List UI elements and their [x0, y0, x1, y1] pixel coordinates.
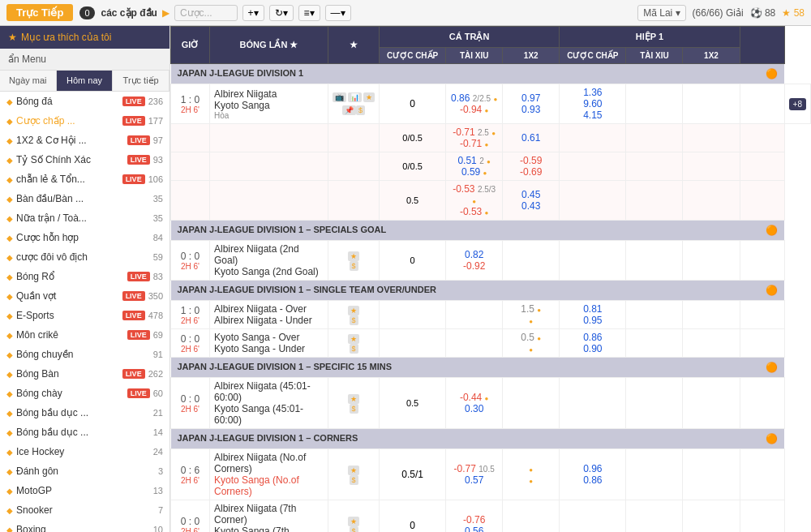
sidebar-item-label: Snooker [16, 504, 155, 516]
tab-live[interactable]: Trực tiếp [113, 71, 169, 91]
table-row: 0 : 02H 6'Albirex Niigata (7th Corner)Ky… [171, 500, 811, 533]
sub-taixiu[interactable]: 0.61 [503, 124, 560, 152]
sidebar-item[interactable]: ◆Bóng bầu dục ...14 [0, 423, 169, 442]
sub-handicap-odds[interactable]: -0.71 2.5 ●-0.71 ● [446, 124, 503, 152]
diamond-icon: ◆ [6, 97, 13, 106]
search-text[interactable]: Cược... [174, 5, 238, 21]
sidebar-item[interactable]: ◆Boxing10 [0, 520, 169, 532]
taixiu-odds-cell[interactable]: 0.960.86 [560, 449, 626, 500]
sub-taixiu[interactable]: 0.450.43 [503, 181, 560, 221]
sidebar-tabs: Ngày mai Hôm nay Trực tiếp [0, 71, 169, 92]
onex2-cell[interactable]: 1.369.604.15 [560, 84, 626, 124]
sidebar-item-label: Bóng chuyền [16, 349, 150, 360]
refresh-btn[interactable]: ↻▾ [269, 5, 294, 21]
star-icon[interactable]: ★ [348, 251, 359, 261]
sidebar-item[interactable]: ◆Môn crikêLIVE69 [0, 325, 169, 345]
handicap-odds-cell[interactable]: -0.44 ●0.30 [446, 378, 503, 429]
more-button[interactable]: +8 [789, 98, 806, 110]
team-cell: Albirex Niigata (45:01-60:00)Kyoto Sanga… [210, 378, 328, 429]
sidebar-favorites[interactable]: ★ Mục ưa thích của tôi [0, 26, 169, 49]
tab-tomorrow[interactable]: Ngày mai [0, 71, 57, 91]
taixiu-cell[interactable]: 1.5 ●● [503, 301, 560, 329]
sidebar-item[interactable]: ◆Tỷ Số Chính XácLIVE93 [0, 150, 169, 169]
sidebar-item[interactable]: ◆chẵn lẻ & Tổn...LIVE106 [0, 169, 169, 189]
section-collapse-icon[interactable]: 🟠 [766, 433, 778, 444]
sub-handicap-odds[interactable]: -0.53 2.5/3 ●-0.53 ● [446, 181, 503, 221]
star-icon[interactable]: ★ [363, 92, 375, 102]
section-collapse-icon[interactable]: 🟠 [766, 225, 778, 236]
handicap-odds-cell[interactable]: 0.86 2/2.5 ●-0.94 ● [446, 84, 503, 124]
sidebar-item[interactable]: ◆cược đôi vô địch59 [0, 247, 169, 267]
sidebar-item[interactable]: ◆Nữa trận / Toà...35 [0, 208, 169, 228]
sidebar-item[interactable]: ◆Bóng RổLIVE83 [0, 267, 169, 286]
sidebar-item-label: Đánh gôn [16, 466, 155, 477]
table-cell [683, 449, 740, 500]
time-cell: 0 : 02H 6' [171, 500, 210, 533]
taixiu-odds-cell[interactable]: 0.810.95 [560, 301, 626, 329]
sidebar-item[interactable]: ◆Bóng chuyền91 [0, 345, 169, 364]
handicap-odds-cell[interactable]: 0.82-0.92 [446, 241, 503, 281]
icons-cell: 📺📊★📌$ [328, 84, 380, 124]
time-cell: 0 : 02H 6' [171, 378, 210, 429]
sidebar-item[interactable]: ◆Đánh gôn3 [0, 461, 169, 481]
list-btn[interactable]: ≡▾ [298, 5, 320, 21]
table-cell [626, 301, 683, 329]
taixiu-cell[interactable]: ●● [503, 449, 560, 500]
section-collapse-icon[interactable]: 🟠 [766, 68, 778, 79]
live-badge: LIVE [122, 97, 145, 106]
sidebar-item[interactable]: ◆Bóng chàyLIVE60 [0, 384, 169, 403]
money-icon[interactable]: $ [350, 261, 358, 271]
sidebar-item[interactable]: ◆Quần vợtLIVE350 [0, 286, 169, 306]
plus-btn[interactable]: +▾ [242, 5, 264, 21]
star-icon[interactable]: ★ [348, 306, 359, 315]
handicap-odds-cell[interactable]: -0.76 0.56 [446, 500, 503, 533]
more-cell[interactable]: +8 [784, 84, 810, 124]
sidebar-item[interactable]: ◆Snooker7 [0, 500, 169, 520]
sidebar-item[interactable]: ◆Bàn đầu/Bàn ...35 [0, 189, 169, 208]
sidebar-item[interactable]: ◆Ice Hockey24 [0, 442, 169, 461]
table-cell [626, 500, 683, 533]
dash-btn[interactable]: —▾ [325, 5, 351, 21]
money-icon[interactable]: $ [356, 105, 365, 115]
taixiu-cell[interactable]: 0.970.93 [503, 84, 560, 124]
sidebar-item[interactable]: ◆Bóng BànLIVE262 [0, 364, 169, 384]
money-icon[interactable]: $ [350, 475, 358, 485]
taixiu-odds-cell[interactable]: 0.860.90 [560, 329, 626, 358]
taixiu-cell[interactable]: 0.5 ●● [503, 329, 560, 358]
ma-lai-label[interactable]: Mã Lai ▾ [637, 5, 685, 21]
star-icon[interactable]: ★ [348, 517, 359, 526]
sub-taixiu[interactable]: -0.59-0.69 [503, 152, 560, 181]
sidebar-item[interactable]: ◆Cược chấp ...LIVE177 [0, 111, 169, 131]
menu-toggle[interactable]: ẩn Menu [0, 49, 169, 71]
money-icon[interactable]: $ [350, 404, 358, 414]
tab-today[interactable]: Hôm nay [57, 71, 114, 91]
star-icon[interactable]: ★ [348, 466, 359, 475]
star-icon[interactable]: ★ [348, 394, 359, 404]
sidebar-item[interactable]: ◆Bóng bầu dục ...21 [0, 403, 169, 423]
sidebar-item[interactable]: ◆E-SportsLIVE478 [0, 306, 169, 325]
live-button[interactable]: Trực Tiếp [6, 4, 73, 21]
handicap-odds-cell[interactable]: -0.77 10.50.57 [446, 449, 503, 500]
table-cell [626, 329, 683, 358]
money-icon[interactable]: $ [350, 344, 358, 354]
table-row: 0 : 62H 6'Albirex Niigata (No.of Corners… [171, 449, 811, 500]
section-title: JAPAN J-LEAGUE DIVISION 1 – SPECIALS GOA… [171, 221, 785, 241]
section-collapse-icon[interactable]: 🟠 [766, 285, 778, 296]
sidebar-item-count: 262 [148, 369, 163, 379]
live-badge: LIVE [127, 388, 150, 398]
star-icon[interactable]: ★ [348, 334, 359, 344]
pin-icon[interactable]: 📌 [342, 105, 356, 115]
sub-handicap-odds[interactable]: 0.51 2 ●0.59 ● [446, 152, 503, 181]
sidebar-item[interactable]: ◆1X2 & Cơ Hội ...LIVE97 [0, 131, 169, 150]
section-header-row: JAPAN J-LEAGUE DIVISION 1🟠 [171, 64, 811, 84]
sidebar-item[interactable]: ◆Bóng đáLIVE236 [0, 92, 169, 111]
section-collapse-icon[interactable]: 🟠 [766, 362, 778, 373]
money-icon[interactable]: $ [350, 315, 358, 325]
money-icon[interactable]: $ [350, 526, 358, 532]
sidebar-item[interactable]: ◆MotoGP13 [0, 481, 169, 500]
favorites-label: Mục ưa thích của tôi [21, 32, 111, 43]
handicap-cell[interactable]: 0 [380, 84, 446, 124]
sidebar-item[interactable]: ◆Cược hỗn hợp84 [0, 228, 169, 247]
stats-icon[interactable]: 📊 [348, 92, 362, 102]
tv-icon[interactable]: 📺 [333, 92, 346, 102]
